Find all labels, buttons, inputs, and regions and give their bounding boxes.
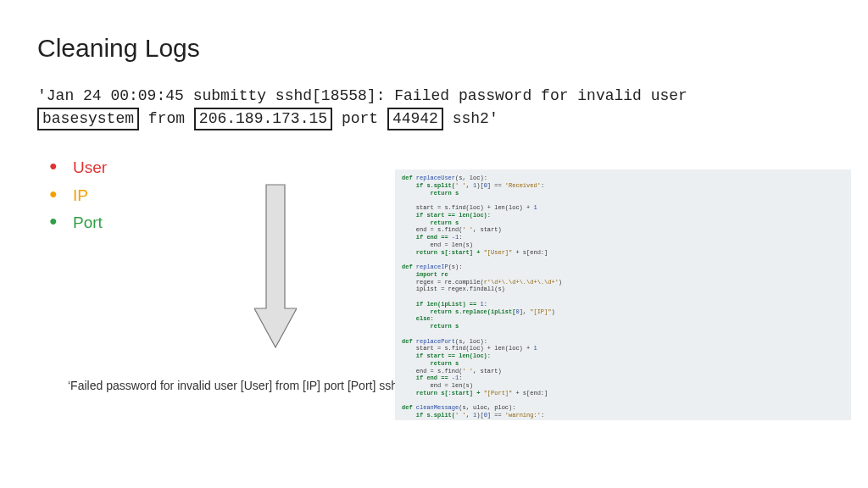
- cleaned-log-output: ‘Failed password for invalid user [User]…: [68, 379, 407, 392]
- log-mid2: port: [332, 110, 387, 127]
- slide-title: Cleaning Logs: [37, 34, 831, 63]
- slide: Cleaning Logs 'Jan 24 00:09:45 submitty …: [0, 0, 868, 488]
- code-block: def replaceUser(s, loc): if s.split(' ',…: [395, 169, 851, 420]
- highlight-ip: 206.189.173.15: [194, 108, 332, 130]
- highlight-user: basesystem: [37, 108, 139, 130]
- log-mid1: from: [139, 110, 194, 127]
- highlight-port: 44942: [387, 108, 443, 130]
- log-prefix: 'Jan 24 00:09:45 submitty sshd[18558]: F…: [37, 87, 697, 104]
- log-example: 'Jan 24 00:09:45 submitty sshd[18558]: F…: [37, 85, 831, 130]
- svg-marker-0: [254, 185, 297, 347]
- down-arrow-icon: [254, 181, 297, 351]
- log-suffix: ssh2': [443, 110, 498, 127]
